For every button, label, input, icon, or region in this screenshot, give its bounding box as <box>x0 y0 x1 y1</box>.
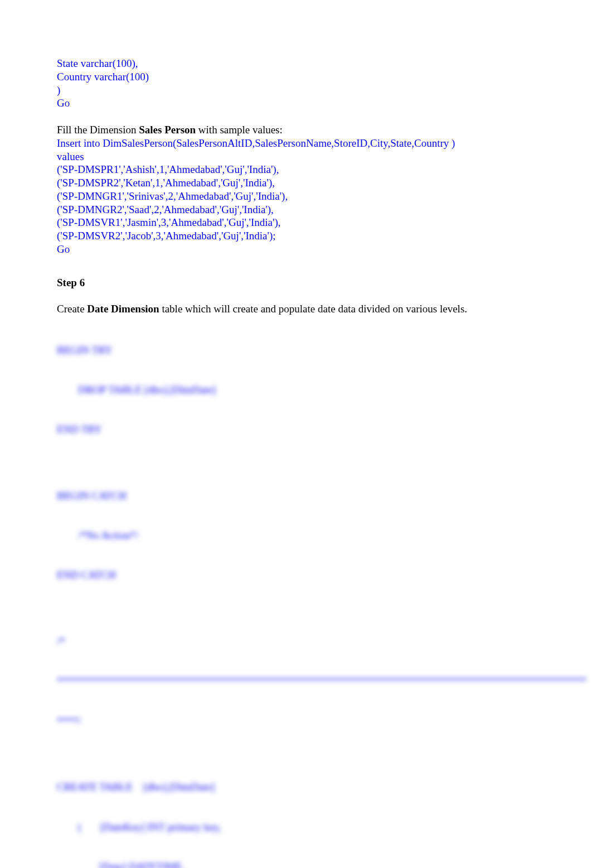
code-line: BEGIN CATCH <box>57 489 535 503</box>
code-line: BEGIN TRY <box>57 344 535 357</box>
code-line: Go <box>57 97 535 110</box>
step6-description: Create Date Dimension table which will c… <box>57 302 535 316</box>
code-line: State varchar(100), <box>57 57 535 70</box>
code-line: END TRY <box>57 423 535 436</box>
code-line: ****************************************… <box>57 674 535 688</box>
code-line: ) <box>57 84 535 97</box>
code-block-2: Insert into DimSalesPerson(SalesPersonAl… <box>57 137 535 256</box>
code-line: ('SP-DMNGR2','Saad',2,'Ahmedabad','Guj',… <box>57 203 535 216</box>
fill-suffix: with sample values: <box>196 124 283 136</box>
code-line: /* <box>57 635 535 648</box>
code-line: Country varchar(100) <box>57 70 535 84</box>
code-line: END CATCH <box>57 568 535 582</box>
code-line: ('SP-DMSPR2','Ketan',1,'Ahmedabad','Guj'… <box>57 176 535 190</box>
fill-prefix: Fill the Dimension <box>57 124 139 136</box>
step6-desc-prefix: Create <box>57 303 87 315</box>
step6-desc-suffix: table which will create and populate dat… <box>159 303 467 315</box>
code-line: ****/ <box>57 715 535 728</box>
code-line: values <box>57 150 535 163</box>
fill-dimension-label: Fill the Dimension Sales Person with sam… <box>57 123 535 137</box>
code-line: ('SP-DMSVR2','Jacob',3,'Ahmedabad','Guj'… <box>57 229 535 243</box>
code-line: ('SP-DMSPR1','Ashish',1,'Ahmedabad','Guj… <box>57 163 535 176</box>
step6-heading: Step 6 <box>57 276 535 290</box>
code-line: ( [DateKey] INT primary key, <box>57 821 535 834</box>
code-line: ('SP-DMSVR1','Jasmin',3,'Ahmedabad','Guj… <box>57 216 535 229</box>
code-line: ('SP-DMNGR1','Srinivas',2,'Ahmedabad','G… <box>57 190 535 203</box>
blurred-code-block: BEGIN TRY DROP TABLE [dbo].[DimDate] END… <box>57 317 535 868</box>
step6-desc-bold: Date Dimension <box>87 303 159 315</box>
code-line: Go <box>57 243 535 256</box>
code-line: CREATE TABLE [dbo].[DimDate] <box>57 780 535 794</box>
code-line: DROP TABLE [dbo].[DimDate] <box>57 383 535 397</box>
code-line: Insert into DimSalesPerson(SalesPersonAl… <box>57 137 535 150</box>
code-line: /*No Action*/ <box>57 529 535 542</box>
fill-bold: Sales Person <box>139 124 196 136</box>
code-line: [Date] DATETIME, <box>57 860 535 868</box>
code-block-1: State varchar(100), Country varchar(100)… <box>57 57 535 110</box>
